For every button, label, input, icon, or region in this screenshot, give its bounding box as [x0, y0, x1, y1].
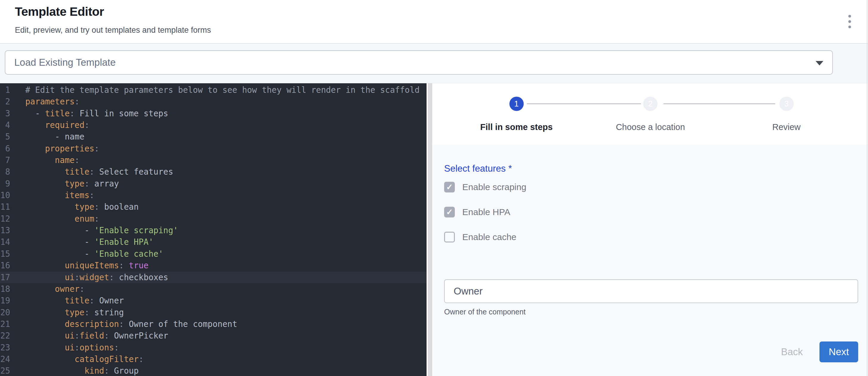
step-number-badge: 2 — [643, 97, 657, 111]
code-line: 12 enum: — [0, 213, 427, 225]
code-line: 9 type: array — [0, 178, 427, 190]
line-number: 24 — [0, 353, 10, 365]
template-loader-bar: Load Existing Template — [0, 44, 868, 83]
dropdown-caret-icon — [816, 61, 823, 65]
code-line: 11 type: boolean — [0, 201, 427, 213]
line-number: 15 — [0, 248, 10, 260]
line-number: 8 — [0, 166, 10, 178]
stepper-step: 1Fill in some steps — [480, 97, 553, 132]
required-marker: * — [508, 163, 512, 174]
load-template-select[interactable]: Load Existing Template — [5, 50, 833, 75]
line-number: 13 — [0, 225, 10, 236]
code-line: 8 title: Select features — [0, 166, 427, 178]
checkbox-row[interactable]: ✓Enable scraping — [444, 182, 858, 193]
code-line: 24 catalogFilter: — [0, 353, 427, 365]
code-line: 15 - 'Enable cache' — [0, 248, 427, 260]
line-number: 6 — [0, 143, 10, 155]
step-number-badge: 3 — [779, 97, 794, 111]
line-number: 20 — [0, 307, 10, 318]
line-number: 21 — [0, 318, 10, 330]
code-line: 13 - 'Enable scraping' — [0, 225, 427, 236]
code-line: 3 - title: Fill in some steps — [0, 108, 427, 119]
back-button[interactable]: Back — [776, 343, 808, 361]
line-number: 2 — [0, 96, 10, 107]
step-number-badge: 1 — [509, 97, 524, 111]
checkbox-label[interactable]: Enable cache — [462, 232, 517, 242]
code-line: 16 uniqueItems: true — [0, 260, 427, 271]
form-panel: Select features* ✓Enable scraping✓Enable… — [433, 145, 868, 376]
wizard-actions: Back Next — [444, 341, 858, 376]
checkbox-unchecked[interactable] — [444, 232, 455, 242]
line-number: 16 — [0, 260, 10, 271]
checkbox-label[interactable]: Enable scraping — [462, 182, 526, 192]
code-line: 17 ui:widget: checkboxes — [0, 272, 427, 283]
wizard-stepper: 1Fill in some steps2Choose a location3Re… — [433, 83, 868, 145]
line-number: 12 — [0, 213, 10, 225]
code-line: 4 required: — [0, 119, 427, 131]
code-line: 10 items: — [0, 190, 427, 201]
line-number: 19 — [0, 295, 10, 306]
line-number: 3 — [0, 108, 10, 119]
owner-input-label: Owner — [445, 285, 483, 297]
page-title: Template Editor — [15, 5, 104, 19]
step-label: Fill in some steps — [480, 122, 553, 132]
line-number: 9 — [0, 178, 10, 190]
code-line: 19 title: Owner — [0, 295, 427, 306]
load-template-placeholder: Load Existing Template — [5, 57, 116, 68]
line-number: 22 — [0, 330, 10, 341]
page-right-border — [867, 0, 867, 376]
code-line: 18 owner: — [0, 283, 427, 295]
page-header: Template Editor Edit, preview, and try o… — [0, 0, 868, 44]
owner-helper-text: Owner of the component — [444, 308, 858, 316]
step-label: Review — [772, 122, 800, 132]
code-editor[interactable]: 1# Edit the template parameters below to… — [0, 83, 427, 376]
line-number: 1 — [0, 84, 10, 96]
line-number: 11 — [0, 201, 10, 213]
next-button[interactable]: Next — [819, 341, 858, 362]
checkbox-checked[interactable]: ✓ — [444, 182, 455, 193]
code-line: 7 name: — [0, 155, 427, 166]
line-number: 18 — [0, 283, 10, 295]
checkbox-group: ✓Enable scraping✓Enable HPAEnable cache — [444, 182, 858, 257]
line-number: 23 — [0, 342, 10, 353]
preview-panel: 1Fill in some steps2Choose a location3Re… — [433, 83, 868, 376]
field-group-label: Select features* — [444, 163, 858, 174]
line-number: 10 — [0, 190, 10, 201]
stepper-step: 3Review — [772, 97, 800, 132]
code-line: 2parameters: — [0, 96, 427, 107]
code-line: 22 ui:field: OwnerPicker — [0, 330, 427, 341]
code-line: 21 description: Owner of the component — [0, 318, 427, 330]
line-number: 25 — [0, 365, 10, 376]
checkbox-row[interactable]: Enable cache — [444, 232, 858, 242]
code-line: 25 kind: Group — [0, 365, 427, 376]
code-line: 20 type: string — [0, 307, 427, 318]
step-label: Choose a location — [616, 122, 685, 132]
code-line: 14 - 'Enable HPA' — [0, 236, 427, 248]
code-line: 6 properties: — [0, 143, 427, 155]
line-number: 17 — [0, 272, 10, 283]
checkbox-checked[interactable]: ✓ — [444, 207, 455, 217]
line-number: 7 — [0, 155, 10, 166]
checkbox-label[interactable]: Enable HPA — [462, 207, 510, 217]
code-line: 23 ui:options: — [0, 342, 427, 353]
kebab-menu-icon[interactable] — [842, 14, 857, 29]
line-number: 5 — [0, 131, 10, 142]
code-line: 5 - name — [0, 131, 427, 142]
split-resize-handle[interactable] — [428, 83, 432, 376]
page-subtitle: Edit, preview, and try out templates and… — [15, 26, 211, 35]
checkbox-row[interactable]: ✓Enable HPA — [444, 207, 858, 217]
line-number: 14 — [0, 236, 10, 248]
stepper-step: 2Choose a location — [616, 97, 685, 132]
line-number: 4 — [0, 119, 10, 131]
code-line: 1# Edit the template parameters below to… — [0, 84, 427, 96]
owner-input[interactable]: Owner — [444, 279, 858, 303]
